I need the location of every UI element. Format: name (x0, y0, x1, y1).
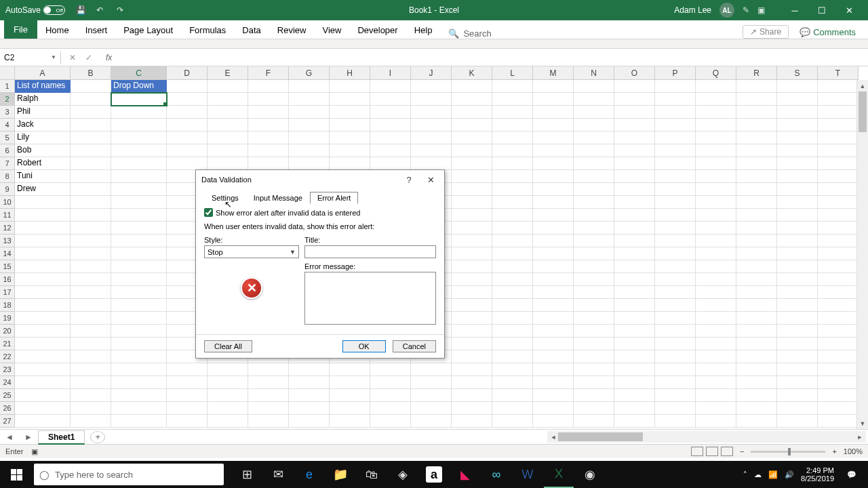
cell[interactable] (411, 376, 452, 389)
cell[interactable] (411, 363, 452, 376)
cell[interactable] (614, 119, 655, 131)
cell[interactable] (736, 247, 777, 260)
cell[interactable] (574, 183, 614, 196)
cell[interactable] (574, 273, 614, 286)
cell[interactable] (289, 119, 330, 131)
cell[interactable] (736, 222, 777, 235)
cell[interactable] (533, 363, 574, 376)
cell[interactable] (370, 80, 411, 93)
cell[interactable] (777, 389, 818, 402)
cell[interactable] (15, 299, 71, 312)
cell[interactable] (452, 260, 492, 273)
cell[interactable] (15, 222, 71, 235)
row-header[interactable]: 16 (0, 273, 15, 286)
cell[interactable] (614, 286, 655, 299)
cell[interactable] (655, 325, 696, 338)
column-header-i[interactable]: I (370, 66, 411, 80)
cell[interactable] (289, 106, 330, 119)
cell[interactable] (71, 247, 111, 260)
column-header-c[interactable]: C (111, 66, 167, 80)
cell[interactable] (533, 119, 574, 131)
cell[interactable] (71, 183, 111, 196)
cell[interactable] (533, 273, 574, 286)
cell[interactable] (574, 415, 614, 428)
cell[interactable] (71, 106, 111, 119)
row-header[interactable]: 11 (0, 209, 15, 222)
cell[interactable] (574, 196, 614, 209)
cell[interactable] (655, 80, 696, 93)
cell[interactable] (614, 131, 655, 144)
cell[interactable] (818, 350, 859, 363)
cell[interactable] (533, 235, 574, 247)
cell[interactable] (15, 273, 71, 286)
row-header[interactable]: 15 (0, 260, 15, 273)
cell[interactable] (818, 119, 859, 131)
column-header-d[interactable]: D (167, 66, 208, 80)
cell[interactable] (111, 131, 167, 144)
cell[interactable] (818, 286, 859, 299)
cell[interactable] (533, 144, 574, 157)
cell[interactable] (167, 157, 208, 170)
cell[interactable] (452, 247, 492, 260)
cell[interactable] (574, 350, 614, 363)
cell[interactable] (167, 93, 208, 106)
ok-button[interactable]: OK (342, 340, 386, 352)
cell[interactable] (71, 350, 111, 363)
cell[interactable] (655, 131, 696, 144)
cell[interactable] (655, 106, 696, 119)
cell[interactable] (411, 144, 452, 157)
column-header-o[interactable]: O (614, 66, 655, 80)
enter-formula-icon[interactable]: ✓ (85, 53, 92, 62)
cell[interactable] (655, 350, 696, 363)
tab-review[interactable]: Review (269, 22, 315, 39)
cell[interactable] (696, 273, 736, 286)
cell[interactable] (111, 93, 167, 106)
column-header-p[interactable]: P (655, 66, 696, 80)
show-error-alert-checkbox[interactable]: Show error alert after invalid data is e… (204, 208, 436, 217)
cell[interactable] (696, 170, 736, 183)
zoom-out-button[interactable]: − (740, 447, 744, 455)
cell[interactable] (15, 312, 71, 325)
cell[interactable] (71, 299, 111, 312)
avatar[interactable]: AL (719, 3, 734, 18)
cell[interactable] (492, 183, 533, 196)
cell[interactable] (111, 119, 167, 131)
cell[interactable] (655, 144, 696, 157)
cell[interactable] (492, 235, 533, 247)
cell[interactable] (71, 209, 111, 222)
cell[interactable] (696, 196, 736, 209)
cell[interactable] (289, 415, 330, 428)
row-header[interactable]: 23 (0, 363, 15, 376)
cell[interactable] (614, 350, 655, 363)
cell[interactable] (452, 286, 492, 299)
cell[interactable] (574, 209, 614, 222)
save-icon[interactable]: 💾 (76, 5, 85, 15)
cell[interactable] (452, 402, 492, 415)
cell[interactable] (614, 247, 655, 260)
cell[interactable] (71, 376, 111, 389)
cell[interactable] (777, 247, 818, 260)
cell[interactable] (696, 350, 736, 363)
cell[interactable] (248, 376, 289, 389)
cell[interactable] (289, 402, 330, 415)
close-button[interactable]: ✕ (835, 0, 863, 20)
cell[interactable] (452, 196, 492, 209)
cell[interactable] (574, 106, 614, 119)
cell[interactable] (533, 299, 574, 312)
cell[interactable] (208, 389, 248, 402)
cell[interactable] (574, 312, 614, 325)
add-sheet-button[interactable]: + (90, 431, 105, 443)
cell[interactable] (818, 222, 859, 235)
row-header[interactable]: 21 (0, 338, 15, 350)
cell[interactable] (411, 402, 452, 415)
formula-input[interactable] (120, 49, 868, 66)
cell[interactable] (111, 196, 167, 209)
cell[interactable] (492, 312, 533, 325)
row-header[interactable]: 10 (0, 196, 15, 209)
cell[interactable] (111, 389, 167, 402)
cell[interactable]: Phil (15, 106, 71, 119)
cell[interactable] (71, 286, 111, 299)
cell[interactable] (777, 260, 818, 273)
cell[interactable] (370, 93, 411, 106)
cell[interactable] (452, 376, 492, 389)
